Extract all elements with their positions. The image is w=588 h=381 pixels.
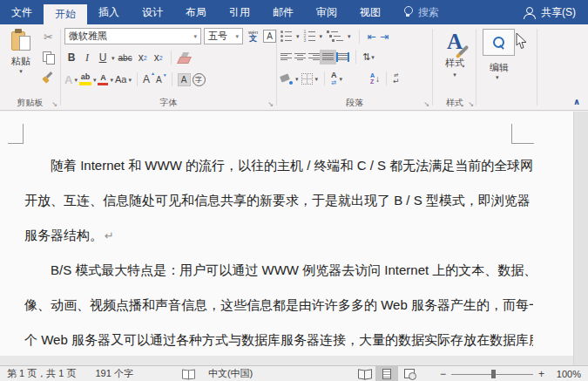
font-name-combo[interactable]: 微软雅黑 ▾	[64, 28, 201, 44]
asian-layout-button[interactable]: A ⇄	[331, 71, 337, 85]
word-window: 文件 开始 插入 设计 布局 引用 邮件 审阅 视图 搜索 共享(S)	[0, 0, 588, 381]
zoom-slider[interactable]	[451, 369, 533, 379]
web-layout-button[interactable]	[398, 366, 421, 381]
shading-button[interactable]	[280, 73, 293, 85]
shrink-font-button[interactable]: A	[156, 75, 166, 85]
proofing-status-icon[interactable]	[182, 369, 194, 378]
borders-button[interactable]	[301, 73, 313, 85]
tab-mailings[interactable]: 邮件	[261, 0, 305, 24]
add-person-icon	[524, 7, 535, 18]
doc-line[interactable]: 随着 Internet 和 WWW 的流行，以往的主机 / 终端和 C / S …	[24, 157, 533, 174]
bold-button[interactable]: B	[64, 50, 78, 66]
share-button[interactable]: 共享(S)	[524, 0, 588, 24]
styles-group: A 样式 ▾ 样式 ↘	[433, 24, 476, 111]
vertical-scrollbar[interactable]	[573, 112, 588, 365]
tab-layout[interactable]: 布局	[174, 0, 218, 24]
editing-group: 编辑 ▾	[476, 24, 537, 111]
change-case-button[interactable]: Aa	[115, 74, 126, 85]
collapse-ribbon-button[interactable]: ∧	[573, 97, 580, 106]
enclose-characters-button[interactable]: 字	[193, 73, 206, 86]
cut-button[interactable]: ✂	[41, 31, 56, 44]
styles-dropdown-icon: ▾	[453, 71, 456, 78]
multilevel-list-button[interactable]	[327, 31, 343, 42]
show-hide-marks-button[interactable]: ⇄ ↵	[393, 72, 400, 85]
text-effects-button[interactable]: A	[64, 73, 72, 86]
doc-line[interactable]: 像、动画、视频点播和声音信息，这些信息都是由许许多多的 Web 服务器产生的，而…	[24, 296, 533, 314]
doc-line[interactable]: 个 Web 服务器又可以通过各种方式与数据库服务器连接，大量的数据实际存放在数据…	[24, 331, 533, 349]
chevron-down-icon: ▾	[190, 33, 197, 39]
read-mode-button[interactable]	[353, 366, 375, 381]
paste-button[interactable]: 粘贴 ▾	[5, 29, 37, 74]
doc-line[interactable]: 服务器结构。↵	[24, 227, 533, 244]
clipboard-dialog-launcher[interactable]: ↘	[51, 101, 57, 108]
strikethrough-button[interactable]: abc	[117, 50, 134, 66]
multilevel-dropdown-icon[interactable]: ▾	[348, 33, 351, 39]
print-layout-button-selected[interactable]	[375, 366, 398, 381]
character-shading-button[interactable]: A	[178, 73, 191, 86]
text-effects-dropdown-icon[interactable]: ▾	[74, 77, 78, 83]
styles-label: 样式	[445, 57, 464, 70]
font-dialog-launcher[interactable]: ↘	[267, 101, 274, 108]
align-center-button[interactable]	[294, 52, 306, 62]
underline-dropdown-icon[interactable]: ▾	[112, 55, 115, 61]
tab-file[interactable]: 文件	[0, 0, 44, 24]
underline-button[interactable]: U	[96, 50, 110, 66]
bullets-button[interactable]	[280, 31, 292, 42]
font-color-button[interactable]: A	[98, 74, 108, 85]
tab-design[interactable]: 设计	[131, 0, 174, 24]
page-indicator[interactable]: 第 1 页，共 1 页	[7, 367, 76, 380]
separator	[355, 50, 356, 64]
editing-button[interactable]	[483, 29, 515, 56]
italic-button[interactable]: I	[80, 50, 94, 66]
document-page[interactable]: 随着 Internet 和 WWW 的流行，以往的主机 / 终端和 C / S …	[0, 112, 573, 365]
align-left-button[interactable]	[280, 52, 292, 62]
tell-me-search[interactable]: 搜索	[404, 0, 439, 24]
format-painter-button[interactable]	[41, 71, 56, 84]
styles-dialog-launcher[interactable]: ↘	[468, 101, 474, 108]
highlight-dropdown-icon[interactable]: ▾	[93, 77, 97, 83]
doc-line[interactable]: B/S 模式最大特点是：用户可以通过 WWW 例览器去访问 Internet 上…	[24, 262, 533, 279]
tab-home[interactable]: 开始	[44, 4, 87, 24]
asian-layout-dropdown-icon[interactable]: ▾	[340, 76, 343, 82]
zoom-in-button[interactable]: +	[538, 368, 544, 380]
distribute-button[interactable]	[336, 52, 349, 62]
shading-dropdown-icon[interactable]: ▾	[295, 76, 299, 82]
tab-view[interactable]: 视图	[348, 0, 392, 24]
word-count[interactable]: 191 个字	[95, 367, 132, 380]
font-color-dropdown-icon[interactable]: ▾	[110, 77, 113, 83]
font-size-combo[interactable]: 五号 ▾	[204, 28, 243, 44]
clipboard-paste-icon	[11, 29, 30, 52]
clear-formatting-button[interactable]	[177, 51, 191, 65]
editing-dropdown-icon[interactable]: ▾	[496, 74, 499, 80]
zoom-out-button[interactable]: −	[440, 368, 446, 380]
zoom-slider-thumb[interactable]	[491, 370, 496, 378]
line-spacing-button[interactable]: ⇅ ▾	[362, 51, 375, 63]
superscript-button[interactable]: x2	[152, 50, 166, 66]
justify-button-selected[interactable]	[322, 52, 334, 62]
change-case-dropdown-icon[interactable]: ▾	[128, 77, 132, 83]
align-right-button[interactable]	[308, 52, 320, 62]
decrease-indent-button[interactable]: ⇤	[368, 31, 376, 42]
sort-button[interactable]: AZ ↓	[370, 72, 380, 85]
language-indicator[interactable]: 中文(中国)	[208, 367, 253, 380]
numbering-dropdown-icon[interactable]: ▾	[320, 33, 323, 39]
status-bar: 第 1 页，共 1 页 191 个字 中文(中国) − + 100%	[0, 365, 588, 381]
tab-references[interactable]: 引用	[218, 0, 261, 24]
bullets-dropdown-icon[interactable]: ▾	[296, 33, 300, 39]
doc-line[interactable]: 开放、互连、信息随处可见和信息共享的新要求，于是就出现了 B / S 型模式，即…	[24, 192, 533, 209]
zoom-level[interactable]: 100%	[546, 369, 581, 379]
increase-indent-button[interactable]: ⇥	[381, 31, 389, 42]
paragraph-dialog-launcher[interactable]: ↘	[423, 101, 429, 108]
borders-dropdown-icon[interactable]: ▾	[315, 76, 319, 82]
copy-button[interactable]	[41, 51, 56, 64]
grow-font-button[interactable]: A	[143, 73, 154, 85]
highlight-color-button[interactable]: ab	[79, 73, 91, 85]
phonetic-guide-button[interactable]: wén 文	[246, 30, 260, 43]
crop-mark-left	[8, 143, 24, 144]
numbering-button[interactable]: 1 2 3	[304, 31, 315, 42]
tab-review[interactable]: 审阅	[305, 0, 348, 24]
styles-button[interactable]: A 样式 ▾	[433, 29, 476, 78]
character-border-button[interactable]: A	[263, 30, 276, 43]
subscript-button[interactable]: x2	[136, 50, 150, 66]
tab-insert[interactable]: 插入	[87, 0, 131, 24]
